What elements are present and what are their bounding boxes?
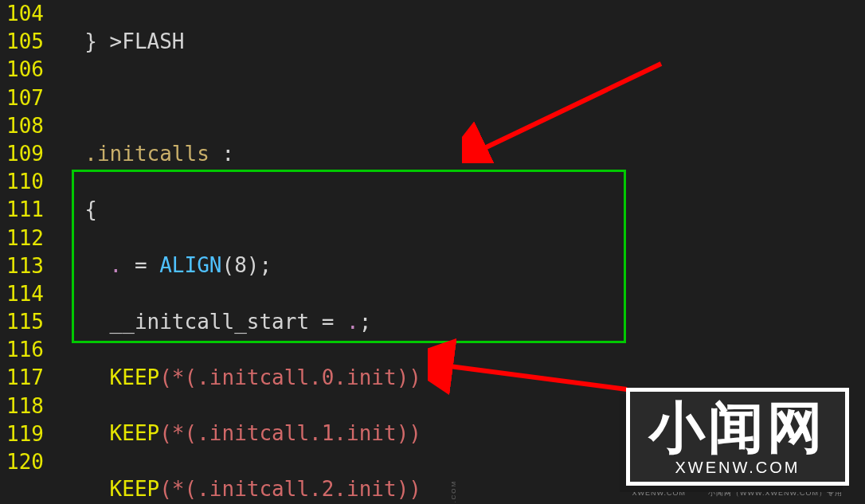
section-name: .initcalls bbox=[84, 142, 209, 166]
watermark-badge: 小闻网 XWENW.COM bbox=[626, 388, 849, 486]
keep-keyword: KEEP bbox=[110, 421, 160, 445]
align-func: ALIGN bbox=[159, 253, 221, 277]
watermark-subtitle: XWENW.COM bbox=[649, 457, 826, 479]
line-number: 107 bbox=[6, 84, 44, 112]
watermark-title: 小闻网 bbox=[649, 400, 826, 455]
line-number: 105 bbox=[6, 28, 44, 56]
line-number: 119 bbox=[6, 420, 44, 448]
line-number: 108 bbox=[6, 112, 44, 140]
line-number: 118 bbox=[6, 393, 44, 420]
line-number: 109 bbox=[6, 140, 44, 168]
keep-args: (*(.initcall.0.init)) bbox=[159, 365, 421, 389]
line-number: 115 bbox=[6, 308, 44, 336]
code-line: { bbox=[60, 196, 865, 224]
brace: { bbox=[84, 197, 97, 221]
memory-region: >FLASH bbox=[110, 29, 185, 53]
line-number: 106 bbox=[6, 56, 44, 84]
watermark-side: XWENW.COM bbox=[450, 480, 459, 504]
colon: : bbox=[221, 142, 234, 166]
line-number: 111 bbox=[6, 196, 44, 224]
eq-op: = bbox=[122, 253, 159, 277]
line-number: 104 bbox=[6, 0, 44, 28]
code-line: .initcalls : bbox=[60, 140, 865, 168]
code-line: . = ALIGN(8); bbox=[60, 252, 865, 279]
keep-args: (*(.initcall.2.init)) bbox=[159, 477, 421, 501]
semicolon: ; bbox=[359, 310, 372, 334]
line-number: 113 bbox=[6, 252, 44, 280]
symbol: __initcall_start bbox=[110, 310, 309, 334]
line-number: 120 bbox=[6, 448, 44, 476]
func-args: (8); bbox=[222, 253, 272, 277]
line-number: 116 bbox=[6, 336, 44, 364]
dot-op: . bbox=[346, 310, 359, 334]
keep-keyword: KEEP bbox=[110, 365, 160, 389]
eq-op: = bbox=[309, 310, 346, 334]
code-line bbox=[60, 84, 865, 111]
line-number: 117 bbox=[6, 364, 44, 392]
dot-op: . bbox=[110, 253, 123, 277]
code-line: } >FLASH bbox=[60, 28, 865, 56]
line-number-gutter: 104 105 106 107 108 109 110 111 112 113 … bbox=[0, 0, 60, 504]
keep-args: (*(.initcall.1.init)) bbox=[159, 421, 421, 445]
keep-keyword: KEEP bbox=[110, 477, 160, 501]
brace: } bbox=[84, 29, 97, 53]
line-number: 114 bbox=[6, 280, 44, 308]
code-line: __initcall_start = .; bbox=[60, 308, 865, 336]
line-number: 112 bbox=[6, 225, 44, 252]
line-number: 110 bbox=[6, 168, 44, 196]
watermark-footer: XWENW.COM 小闻网（WWW.XWENW.COM）专用 bbox=[632, 488, 843, 498]
